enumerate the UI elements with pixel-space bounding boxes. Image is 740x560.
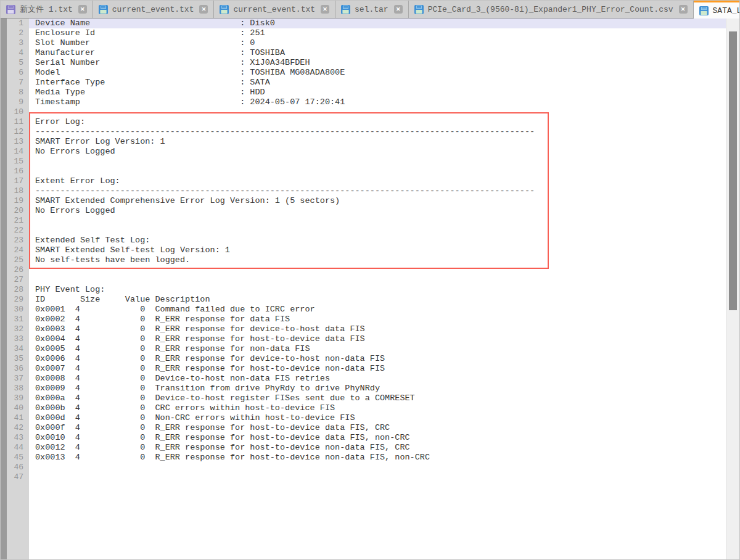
code-line-33[interactable]: 0x0004 4 0 R_ERR response for host-to-de…	[29, 334, 726, 344]
line-number: 37	[7, 374, 29, 384]
code-line-36[interactable]: 0x0007 4 0 R_ERR response for host-to-de…	[29, 364, 726, 374]
code-line-30[interactable]: 0x0001 4 0 Command failed due to ICRC er…	[29, 305, 726, 315]
code-line-25[interactable]: No self-tests have been logged.	[29, 255, 726, 265]
line-number: 42	[7, 423, 29, 433]
code-line-10[interactable]	[29, 107, 726, 117]
code-line-39[interactable]: 0x000a 4 0 Device-to-host register FISes…	[29, 393, 726, 403]
code-line-7[interactable]: Interface Type : SATA	[29, 78, 726, 88]
tab-close-icon[interactable]: ✕	[394, 5, 403, 14]
line-number: 25	[7, 255, 29, 265]
code-line-16[interactable]	[29, 167, 726, 176]
tab-1[interactable]: 新文件 1.txt✕	[1, 1, 93, 18]
code-line-20[interactable]: No Errors Logged	[29, 206, 726, 216]
code-line-17[interactable]: Extent Error Log:	[29, 176, 726, 186]
line-number: 16	[7, 167, 29, 176]
tab-close-icon[interactable]: ✕	[78, 5, 87, 14]
tab-label: current_event.txt	[112, 5, 194, 14]
code-line-4[interactable]: Manufacturer : TOSHIBA	[29, 48, 726, 58]
code-line-38[interactable]: 0x0009 4 0 Transition from drive PhyRdy …	[29, 384, 726, 393]
tab-3[interactable]: current_event.txt✕	[214, 1, 335, 18]
tab-label: current_event.txt	[233, 5, 315, 14]
line-number: 5	[7, 58, 29, 68]
text-content[interactable]: Device Name : Disk0Enclosure Id : 251Slo…	[29, 19, 726, 559]
code-line-35[interactable]: 0x0006 4 0 R_ERR response for device-to-…	[29, 354, 726, 364]
code-line-24[interactable]: SMART Extended Self-test Log Version: 1	[29, 245, 726, 255]
code-line-13[interactable]: SMART Error Log Version: 1	[29, 137, 726, 147]
line-number: 30	[7, 305, 29, 315]
code-line-3[interactable]: Slot Number : 0	[29, 38, 726, 48]
line-number: 3	[7, 38, 29, 48]
line-number: 21	[7, 216, 29, 226]
code-line-27[interactable]	[29, 275, 726, 285]
code-line-1[interactable]: Device Name : Disk0	[29, 19, 726, 28]
code-line-18[interactable]: ----------------------------------------…	[29, 186, 726, 196]
code-line-42[interactable]: 0x000f 4 0 R_ERR response for host-to-de…	[29, 423, 726, 433]
code-line-43[interactable]: 0x0010 4 0 R_ERR response for host-to-de…	[29, 433, 726, 443]
tab-label: 新文件 1.txt	[20, 4, 73, 15]
code-line-29[interactable]: ID Size Value Description	[29, 295, 726, 305]
code-line-45[interactable]: 0x0013 4 0 R_ERR response for host-to-de…	[29, 453, 726, 463]
code-line-47[interactable]	[29, 472, 726, 482]
line-number: 29	[7, 295, 29, 305]
line-number: 17	[7, 176, 29, 186]
code-line-22[interactable]	[29, 226, 726, 236]
code-line-6[interactable]: Model : TOSHIBA MG08ADA800E	[29, 68, 726, 78]
floppy-disk-icon	[414, 5, 424, 14]
line-number: 39	[7, 393, 29, 403]
code-line-28[interactable]: PHY Event Log:	[29, 285, 726, 295]
line-number: 14	[7, 147, 29, 157]
line-number: 44	[7, 443, 29, 453]
code-line-19[interactable]: SMART Extended Comprehensive Error Log V…	[29, 196, 726, 206]
code-line-14[interactable]: No Errors Logged	[29, 147, 726, 157]
code-line-32[interactable]: 0x0003 4 0 R_ERR response for device-to-…	[29, 324, 726, 334]
line-number: 34	[7, 344, 29, 354]
line-number: 27	[7, 275, 29, 285]
code-line-11[interactable]: Error Log:	[29, 117, 726, 127]
tab-label: sel.tar	[355, 5, 388, 14]
code-line-31[interactable]: 0x0002 4 0 R_ERR response for data FIS	[29, 315, 726, 324]
scrollbar-thumb[interactable]	[729, 31, 737, 310]
tab-2[interactable]: current_event.txt✕	[93, 1, 215, 18]
line-number: 7	[7, 78, 29, 88]
tab-6-active[interactable]: SATA_Log✕	[694, 1, 740, 19]
code-line-44[interactable]: 0x0012 4 0 R_ERR response for host-to-de…	[29, 443, 726, 453]
floppy-disk-icon	[699, 6, 709, 15]
text-editor-window: 新文件 1.txt✕current_event.txt✕current_even…	[0, 0, 740, 560]
line-number: 41	[7, 413, 29, 423]
code-line-46[interactable]	[29, 463, 726, 472]
floppy-disk-icon	[99, 5, 108, 14]
code-line-23[interactable]: Extended Self Test Log:	[29, 236, 726, 245]
tab-4[interactable]: sel.tar✕	[335, 1, 409, 18]
line-number: 20	[7, 206, 29, 216]
line-number: 2	[7, 28, 29, 38]
code-line-2[interactable]: Enclosure Id : 251	[29, 28, 726, 38]
tab-5[interactable]: PCIe_Card_3_(9560-8i)_Expander1_PHY_Erro…	[409, 1, 694, 18]
tab-close-icon[interactable]: ✕	[679, 5, 688, 14]
code-line-5[interactable]: Serial Number : X1J0A34BFDEH	[29, 58, 726, 68]
line-number: 31	[7, 315, 29, 324]
line-number: 38	[7, 384, 29, 393]
code-line-26[interactable]	[29, 265, 726, 275]
line-number: 28	[7, 285, 29, 295]
tab-close-icon[interactable]: ✕	[321, 5, 329, 14]
code-line-8[interactable]: Media Type : HDD	[29, 88, 726, 97]
line-number: 26	[7, 265, 29, 275]
code-line-15[interactable]	[29, 157, 726, 167]
tab-label: SATA_Log	[713, 6, 740, 15]
code-line-37[interactable]: 0x0008 4 0 Device-to-host non-data FIS r…	[29, 374, 726, 384]
tab-close-icon[interactable]: ✕	[199, 5, 208, 14]
vertical-scrollbar[interactable]	[726, 19, 739, 559]
code-line-41[interactable]: 0x000d 4 0 Non-CRC errors within host-to…	[29, 413, 726, 423]
line-number: 6	[7, 68, 29, 78]
code-line-34[interactable]: 0x0005 4 0 R_ERR response for non-data F…	[29, 344, 726, 354]
line-number: 18	[7, 186, 29, 196]
code-line-9[interactable]: Timestamp : 2024-05-07 17:20:41	[29, 97, 726, 107]
line-number: 43	[7, 433, 29, 443]
line-number: 12	[7, 127, 29, 137]
line-number: 45	[7, 453, 29, 463]
line-number: 33	[7, 334, 29, 344]
code-line-12[interactable]: ----------------------------------------…	[29, 127, 726, 137]
code-line-40[interactable]: 0x000b 4 0 CRC errors within host-to-dev…	[29, 403, 726, 413]
line-number: 35	[7, 354, 29, 364]
code-line-21[interactable]	[29, 216, 726, 226]
